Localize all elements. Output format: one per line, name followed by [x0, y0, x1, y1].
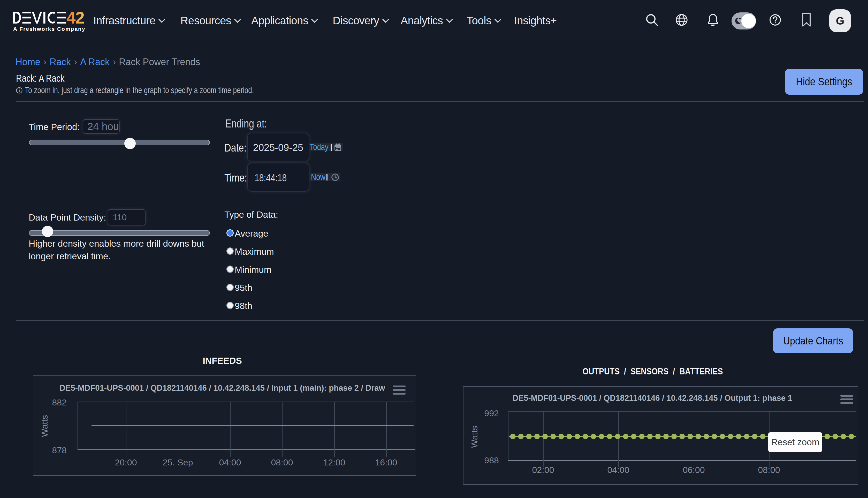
- svg-text:42: 42: [66, 12, 84, 25]
